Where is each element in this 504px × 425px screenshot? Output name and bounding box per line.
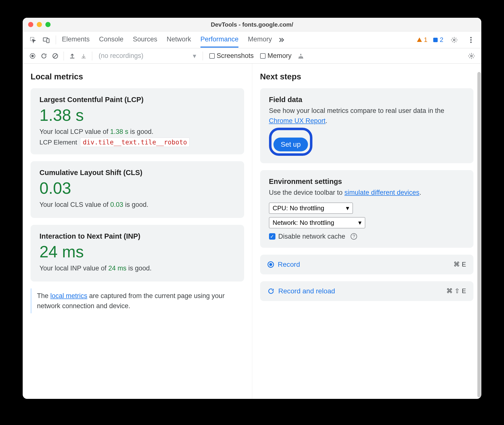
cls-note: Your local CLS value of 0.03 is good. xyxy=(39,201,235,209)
svg-rect-3 xyxy=(433,38,438,42)
cls-value: 0.03 xyxy=(39,179,235,197)
tab-sources[interactable]: Sources xyxy=(133,32,157,48)
cls-title: Cumulative Layout Shift (CLS) xyxy=(39,169,235,177)
close-icon[interactable] xyxy=(28,22,33,27)
inp-note: Your local INP value of 24 ms is good. xyxy=(39,265,235,272)
memory-label: Memory xyxy=(268,52,292,60)
panel-tabs: Elements Console Sources Network Perform… xyxy=(62,32,272,48)
record-icon xyxy=(268,261,274,268)
next-steps-column: Next steps Field data See how your local… xyxy=(252,64,482,399)
checkbox-checked-icon: ✓ xyxy=(269,233,275,240)
help-icon[interactable]: ? xyxy=(351,233,357,240)
separator xyxy=(92,52,92,60)
chevron-down-icon: ▾ xyxy=(358,219,361,227)
memory-checkbox[interactable]: Memory xyxy=(260,52,292,60)
traffic-lights xyxy=(28,22,51,27)
download-icon[interactable] xyxy=(78,51,89,61)
panel-tabstrip: Elements Console Sources Network Perform… xyxy=(23,32,481,48)
lcp-value: 1.38 s xyxy=(39,106,235,124)
environment-card: Environment settings Use the device tool… xyxy=(260,170,474,248)
svg-point-7 xyxy=(470,41,472,43)
disable-cache-label: Disable network cache xyxy=(278,233,345,240)
minimize-icon[interactable] xyxy=(37,22,42,27)
device-toolbar-icon[interactable] xyxy=(40,34,52,46)
local-metrics-info: The local metrics are captured from the … xyxy=(31,288,244,313)
inp-title: Interaction to Next Paint (INP) xyxy=(39,232,235,240)
checkbox-icon xyxy=(260,53,266,59)
local-metrics-link[interactable]: local metrics xyxy=(50,292,87,300)
separator xyxy=(56,35,56,44)
setup-highlight-ring: Set up xyxy=(269,128,313,156)
record-icon[interactable] xyxy=(27,51,38,61)
screenshots-checkbox[interactable]: Screenshots xyxy=(209,52,254,60)
status-area: 1 2 xyxy=(416,34,477,46)
inp-value: 24 ms xyxy=(39,242,235,261)
lcp-card: Largest Contentful Paint (LCP) 1.38 s Yo… xyxy=(31,88,244,154)
reload-icon xyxy=(268,288,274,295)
garbage-collect-icon[interactable] xyxy=(295,51,306,61)
field-data-card: Field data See how your local metrics co… xyxy=(260,88,474,163)
inspect-element-icon[interactable] xyxy=(27,34,39,46)
simulate-devices-link[interactable]: simulate different devices xyxy=(344,189,419,196)
svg-point-5 xyxy=(470,37,472,38)
panel-settings-icon[interactable] xyxy=(466,51,477,61)
more-tabs-icon[interactable] xyxy=(275,34,287,46)
window-title: DevTools - fonts.google.com/ xyxy=(23,21,481,28)
local-metrics-heading: Local metrics xyxy=(31,72,244,81)
lcp-element-row: LCP Element div.tile__text.tile__roboto xyxy=(39,138,235,147)
zoom-icon[interactable] xyxy=(45,22,51,27)
clear-icon[interactable] xyxy=(50,51,61,61)
field-data-desc: See how your local metrics compare to re… xyxy=(269,106,465,126)
network-throttling-label: Network: No throttling xyxy=(273,219,334,227)
svg-rect-2 xyxy=(47,39,49,43)
cpu-throttling-select[interactable]: CPU: No throttling ▾ xyxy=(269,203,353,214)
record-reload-shortcut: ⌘ ⇧ E xyxy=(446,287,466,295)
tab-network[interactable]: Network xyxy=(167,32,191,48)
settings-icon[interactable] xyxy=(448,34,460,46)
upload-icon[interactable] xyxy=(67,51,78,61)
crux-link[interactable]: Chrome UX Report xyxy=(269,117,326,124)
lcp-element-label: LCP Element xyxy=(39,139,77,146)
record-card[interactable]: Record ⌘ E xyxy=(260,255,474,274)
disable-cache-checkbox[interactable]: ✓ Disable network cache ? xyxy=(269,233,465,240)
chevron-down-icon: ▾ xyxy=(346,204,349,212)
lcp-element-selector[interactable]: div.tile__text.tile__roboto xyxy=(80,138,190,147)
warnings-count: 1 xyxy=(424,36,427,44)
content-area: Local metrics Largest Contentful Paint (… xyxy=(23,64,481,399)
record-reload-label: Record and reload xyxy=(278,287,335,295)
cpu-throttling-label: CPU: No throttling xyxy=(273,204,324,212)
issues-count: 2 xyxy=(440,36,443,44)
issues-badge[interactable]: 2 xyxy=(432,36,443,44)
titlebar: DevTools - fonts.google.com/ xyxy=(23,18,481,32)
reload-record-icon[interactable] xyxy=(38,51,49,61)
checkbox-icon xyxy=(209,53,215,59)
lcp-title: Largest Contentful Paint (LCP) xyxy=(39,96,235,104)
tab-console[interactable]: Console xyxy=(99,32,124,48)
separator xyxy=(203,52,203,60)
record-label: Record xyxy=(278,261,300,268)
performance-toolbar: (no recordings) ▾ Screenshots Memory xyxy=(23,48,481,64)
screenshots-label: Screenshots xyxy=(217,52,254,60)
kebab-menu-icon[interactable] xyxy=(465,34,477,46)
recordings-dropdown-label: (no recordings) xyxy=(99,52,144,60)
record-action: Record xyxy=(268,261,300,268)
scrollbar[interactable] xyxy=(477,72,481,397)
recordings-dropdown[interactable]: (no recordings) ▾ xyxy=(95,52,200,60)
separator xyxy=(64,52,64,60)
svg-point-4 xyxy=(453,39,455,41)
tab-elements[interactable]: Elements xyxy=(62,32,90,48)
record-reload-action: Record and reload xyxy=(268,287,335,295)
tab-memory[interactable]: Memory xyxy=(248,32,272,48)
record-reload-card[interactable]: Record and reload ⌘ ⇧ E xyxy=(260,281,474,301)
setup-button[interactable]: Set up xyxy=(273,138,308,151)
warnings-badge[interactable]: 1 xyxy=(416,36,427,44)
environment-title: Environment settings xyxy=(269,177,465,186)
chevron-down-icon: ▾ xyxy=(193,52,196,60)
environment-desc: Use the device toolbar to simulate diffe… xyxy=(269,188,465,198)
local-metrics-column: Local metrics Largest Contentful Paint (… xyxy=(23,64,252,399)
svg-point-6 xyxy=(470,39,472,41)
network-throttling-select[interactable]: Network: No throttling ▾ xyxy=(269,217,365,228)
tab-performance[interactable]: Performance xyxy=(200,32,239,48)
lcp-note: Your local LCP value of 1.38 s is good. xyxy=(39,128,235,136)
field-data-title: Field data xyxy=(269,96,465,104)
